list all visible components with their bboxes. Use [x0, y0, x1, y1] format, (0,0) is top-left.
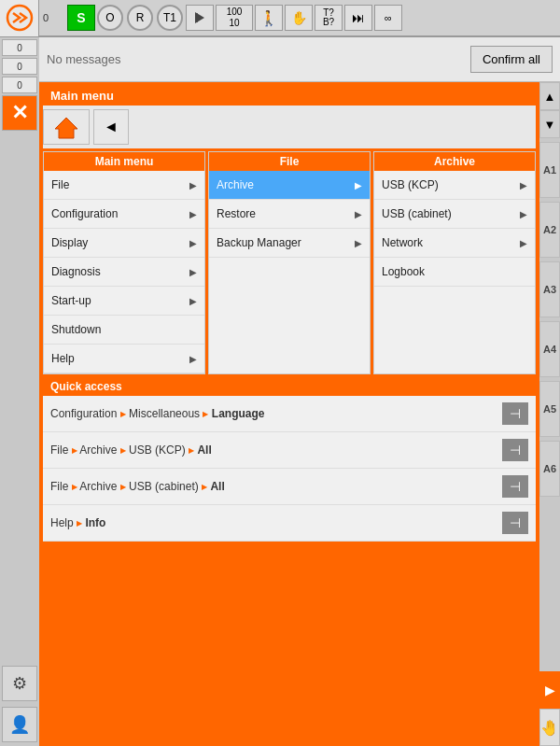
back-button[interactable]: ◄	[93, 109, 129, 145]
file-menu-items: Archive▶Restore▶Backup Manager▶	[209, 171, 370, 258]
t-b-button[interactable]: T?B?	[315, 5, 343, 31]
confirm-all-button[interactable]: Confirm all	[470, 46, 553, 73]
close-button[interactable]: ✕	[2, 95, 37, 131]
side-num-1: 0	[2, 39, 37, 56]
main-menu-header: Main menu	[43, 86, 536, 106]
file-menu-column: File Archive▶Restore▶Backup Manager▶	[208, 151, 371, 374]
o-button[interactable]: O	[97, 5, 123, 31]
breadcrumb-arrow: ▸	[203, 408, 208, 419]
menu-item[interactable]: Logbook	[374, 258, 535, 287]
menu-columns: Main menu File▶Configuration▶Display▶Dia…	[43, 151, 536, 374]
play-icon	[192, 10, 207, 25]
quick-access-item-text: File ▸ Archive ▸ USB (cabinet) ▸ All	[50, 480, 502, 493]
right-side-label: A5	[539, 381, 560, 437]
breadcrumb-arrow: ▸	[120, 444, 126, 456]
breadcrumb-arrow: ▸	[72, 444, 77, 456]
speed-display[interactable]: 100 10	[216, 5, 253, 31]
menu-item[interactable]: Display▶	[44, 229, 204, 258]
quick-access-item: Configuration ▸ Miscellaneous ▸ Language…	[43, 396, 536, 432]
archive-menu-items: USB (KCP)▶USB (cabinet)▶Network▶Logbook	[374, 171, 535, 287]
left-sidebar: 0 0 0 ✕ ⚙ 👤	[0, 37, 39, 746]
quick-access-pin-button[interactable]: ⊣	[502, 402, 528, 425]
menu-item[interactable]: Configuration▶	[44, 200, 204, 229]
right-scroll-down[interactable]: ▼	[539, 110, 560, 138]
breadcrumb-arrow: ▸	[202, 481, 207, 492]
quick-access-item-text: Configuration ▸ Miscellaneous ▸ Language	[50, 407, 502, 420]
right-side-label: A6	[539, 441, 560, 497]
hand-button[interactable]: ✋	[285, 5, 313, 31]
right-scroll-up[interactable]: ▲	[539, 82, 560, 110]
menu-item[interactable]: Help▶	[44, 345, 204, 373]
menu-item[interactable]: Archive▶	[209, 171, 370, 200]
home-icon	[53, 114, 79, 140]
svg-marker-3	[55, 118, 77, 138]
quick-access-pin-button[interactable]: ⊣	[502, 475, 528, 498]
breadcrumb-arrow: ▸	[72, 481, 77, 492]
skip-button[interactable]: ⏭	[344, 5, 372, 31]
right-side-label: A2	[539, 202, 560, 258]
person-button[interactable]: 🚶	[255, 5, 283, 31]
logo	[0, 0, 39, 36]
col3-header: Archive	[374, 152, 535, 171]
infinity-button[interactable]: ∞	[374, 5, 402, 31]
menu-item[interactable]: Restore▶	[209, 200, 370, 229]
breadcrumb-arrow: ▸	[189, 444, 194, 456]
menu-arrow-icon: ▶	[189, 238, 197, 248]
menu-item[interactable]: Start-up▶	[44, 287, 204, 316]
quick-access-pin-button[interactable]: ⊣	[502, 439, 528, 461]
col1-header: Main menu	[44, 152, 204, 171]
menu-item-label: Backup Manager	[217, 236, 301, 249]
main-content-area: Main menu ◄ Main menu File▶Configuration…	[39, 82, 539, 746]
menu-item-label: Restore	[217, 207, 256, 220]
menu-item-label: Logbook	[382, 265, 425, 278]
top-toolbar: 0 S O R T1 100 10 🚶 ✋ T?B? ⏭ ∞	[0, 0, 560, 37]
menu-item[interactable]: Backup Manager▶	[209, 229, 370, 258]
right-side-label: A4	[539, 321, 560, 377]
person-side-button[interactable]: 👤	[2, 707, 37, 742]
home-button[interactable]	[43, 109, 90, 145]
menu-item-label: Start-up	[51, 294, 91, 307]
breadcrumb-arrow: ▸	[120, 481, 126, 492]
menu-item[interactable]: USB (cabinet)▶	[374, 200, 535, 229]
menu-arrow-icon: ▶	[355, 180, 362, 190]
main-menu-column: Main menu File▶Configuration▶Display▶Dia…	[43, 151, 205, 374]
quick-access-items: Configuration ▸ Miscellaneous ▸ Language…	[43, 396, 536, 542]
side-num-2: 0	[2, 58, 37, 75]
navigation-row: ◄	[43, 106, 536, 148]
quick-access-header: Quick access	[43, 377, 536, 396]
message-text: No messages	[47, 52, 470, 66]
menu-arrow-icon: ▶	[520, 180, 527, 190]
menu-item-label: Network	[382, 236, 423, 249]
right-side-label: A1	[539, 142, 560, 198]
quick-access-pin-button[interactable]: ⊣	[502, 512, 528, 534]
s-button[interactable]: S	[67, 5, 95, 31]
menu-item-label: USB (KCP)	[382, 178, 439, 191]
quick-access-item-text: Help ▸ Info	[50, 516, 502, 529]
menu-item-label: USB (cabinet)	[382, 207, 452, 220]
r-button[interactable]: R	[127, 5, 153, 31]
quick-access-item: File ▸ Archive ▸ USB (KCP) ▸ All ⊣	[43, 432, 536, 469]
menu-arrow-icon: ▶	[520, 209, 527, 219]
menu-item[interactable]: Diagnosis▶	[44, 258, 204, 287]
quick-access-item: Help ▸ Info ⊣	[43, 505, 536, 542]
menu-item[interactable]: File▶	[44, 171, 204, 200]
menu-item[interactable]: USB (KCP)▶	[374, 171, 535, 200]
right-play-button[interactable]: ▶	[539, 671, 560, 709]
menu-item[interactable]: Network▶	[374, 229, 535, 258]
play-button[interactable]	[186, 5, 214, 31]
menu-item-label: Archive	[217, 178, 254, 191]
menu-item-label: Configuration	[51, 207, 118, 220]
col2-header: File	[209, 152, 370, 171]
gear-button[interactable]: ⚙	[2, 666, 37, 701]
menu-arrow-icon: ▶	[520, 238, 527, 248]
menu-item-label: Diagnosis	[51, 265, 101, 278]
quick-access-section: Quick access Configuration ▸ Miscellaneo…	[43, 377, 536, 542]
t1-button[interactable]: T1	[157, 5, 183, 31]
message-bar: No messages Confirm all	[39, 37, 560, 82]
menu-item[interactable]: Shutdown	[44, 316, 204, 345]
menu-item-label: Display	[51, 236, 88, 249]
menu-arrow-icon: ▶	[355, 238, 362, 248]
right-hand-button[interactable]: 🤚	[539, 709, 560, 746]
right-side-label: A3	[539, 261, 560, 317]
kuka-logo	[6, 4, 34, 32]
